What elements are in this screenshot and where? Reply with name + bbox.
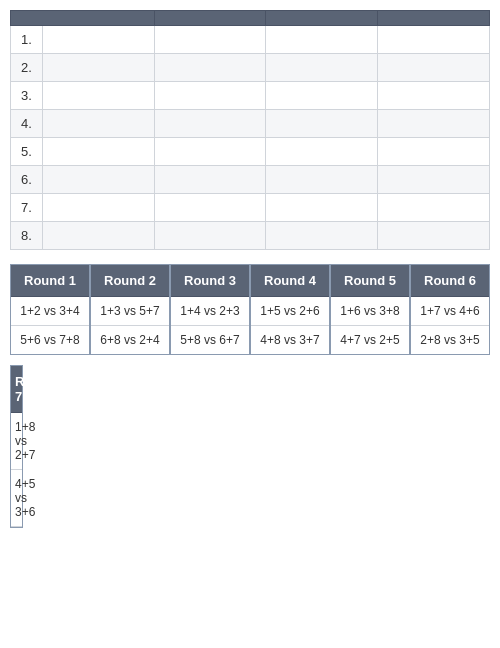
player-num: 3.	[11, 82, 43, 110]
round-match: 2+8 vs 3+5	[411, 326, 489, 354]
player-name	[42, 54, 154, 82]
player-num: 5.	[11, 138, 43, 166]
round-col-3: Round 31+4 vs 2+35+8 vs 6+7	[170, 264, 250, 355]
wins-cell	[154, 54, 266, 82]
player-name	[42, 222, 154, 250]
round-match: 4+7 vs 2+5	[331, 326, 409, 354]
round-match: 1+3 vs 5+7	[91, 297, 169, 326]
standings-row: 6.	[11, 166, 490, 194]
losses-cell	[266, 54, 378, 82]
round-col-2: Round 21+3 vs 5+76+8 vs 2+4	[90, 264, 170, 355]
round-match: 1+7 vs 4+6	[411, 297, 489, 326]
standings-row: 8.	[11, 222, 490, 250]
round-match: 6+8 vs 2+4	[91, 326, 169, 354]
rounds-extra: Round 71+8 vs 2+74+5 vs 3+6	[10, 365, 490, 528]
wins-cell	[154, 194, 266, 222]
losses-cell	[266, 110, 378, 138]
player-name	[42, 166, 154, 194]
points-cell	[378, 166, 490, 194]
losses-cell	[266, 166, 378, 194]
wins-cell	[154, 166, 266, 194]
rounds-grid: Round 11+2 vs 3+45+6 vs 7+8Round 21+3 vs…	[10, 264, 490, 355]
round-match: 1+5 vs 2+6	[251, 297, 329, 326]
points-cell	[378, 222, 490, 250]
points-cell	[378, 194, 490, 222]
wins-cell	[154, 138, 266, 166]
wins-cell	[154, 222, 266, 250]
standings-row: 1.	[11, 26, 490, 54]
losses-cell	[266, 194, 378, 222]
player-name	[42, 110, 154, 138]
round-match: 1+4 vs 2+3	[171, 297, 249, 326]
round-match-extra: 1+8 vs 2+7	[11, 413, 22, 470]
round-header-2: Round 2	[91, 265, 169, 297]
standings-row: 5.	[11, 138, 490, 166]
losses-cell	[266, 26, 378, 54]
player-num: 1.	[11, 26, 43, 54]
standings-row: 3.	[11, 82, 490, 110]
round-col-6: Round 61+7 vs 4+62+8 vs 3+5	[410, 264, 490, 355]
round-match: 5+8 vs 6+7	[171, 326, 249, 354]
round-header-1: Round 1	[11, 265, 89, 297]
losses-cell	[266, 138, 378, 166]
points-cell	[378, 110, 490, 138]
points-cell	[378, 138, 490, 166]
player-header	[11, 11, 155, 26]
round-match: 1+2 vs 3+4	[11, 297, 89, 326]
round-col-extra-1: Round 71+8 vs 2+74+5 vs 3+6	[10, 365, 23, 528]
standings-row: 4.	[11, 110, 490, 138]
player-num: 7.	[11, 194, 43, 222]
round-col-4: Round 41+5 vs 2+64+8 vs 3+7	[250, 264, 330, 355]
round-match: 5+6 vs 7+8	[11, 326, 89, 354]
round-col-5: Round 51+6 vs 3+84+7 vs 2+5	[330, 264, 410, 355]
losses-header	[266, 11, 378, 26]
round-header-5: Round 5	[331, 265, 409, 297]
round-match: 4+8 vs 3+7	[251, 326, 329, 354]
rounds-section: Round 11+2 vs 3+45+6 vs 7+8Round 21+3 vs…	[10, 264, 490, 528]
points-cell	[378, 26, 490, 54]
round-header-4: Round 4	[251, 265, 329, 297]
points-cell	[378, 54, 490, 82]
wins-header	[154, 11, 266, 26]
standings-row: 2.	[11, 54, 490, 82]
player-num: 2.	[11, 54, 43, 82]
player-num: 4.	[11, 110, 43, 138]
standings-row: 7.	[11, 194, 490, 222]
player-num: 6.	[11, 166, 43, 194]
wins-cell	[154, 82, 266, 110]
round-col-1: Round 11+2 vs 3+45+6 vs 7+8	[10, 264, 90, 355]
round-match-extra: 4+5 vs 3+6	[11, 470, 22, 527]
points-header	[378, 11, 490, 26]
round-match: 1+6 vs 3+8	[331, 297, 409, 326]
player-num: 8.	[11, 222, 43, 250]
player-name	[42, 26, 154, 54]
player-name	[42, 138, 154, 166]
wins-cell	[154, 26, 266, 54]
standings-table: 1. 2. 3. 4. 5. 6. 7.	[10, 10, 490, 250]
player-name	[42, 82, 154, 110]
round-header-3: Round 3	[171, 265, 249, 297]
points-cell	[378, 82, 490, 110]
losses-cell	[266, 222, 378, 250]
wins-cell	[154, 110, 266, 138]
round-header-extra-1: Round 7	[11, 366, 22, 413]
round-header-6: Round 6	[411, 265, 489, 297]
player-name	[42, 194, 154, 222]
losses-cell	[266, 82, 378, 110]
